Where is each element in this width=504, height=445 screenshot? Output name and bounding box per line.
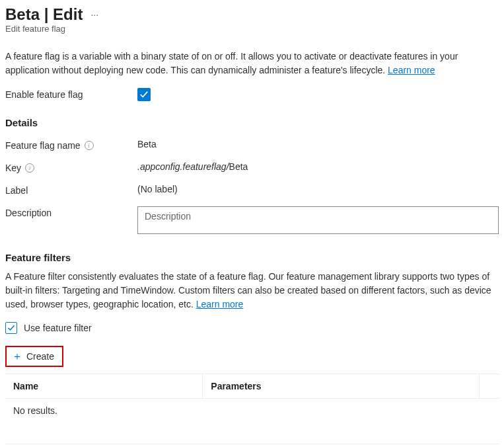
col-params: Parameters xyxy=(203,374,479,399)
filters-text: A Feature filter consistently evaluates … xyxy=(5,270,499,311)
filters-learn-more-link[interactable]: Learn more xyxy=(196,299,244,309)
feature-flag-name-value: Beta xyxy=(137,139,499,149)
create-button[interactable]: ＋ Create xyxy=(5,346,63,367)
key-name: Beta xyxy=(229,161,248,172)
key-label: Key xyxy=(5,163,21,173)
page-title: Beta | Edit xyxy=(5,5,83,24)
empty-results: No results. xyxy=(5,399,499,423)
filters-table: Name Parameters No results. xyxy=(5,374,499,423)
description-input[interactable] xyxy=(137,206,499,234)
enable-flag-checkbox[interactable] xyxy=(137,88,151,101)
table-row: No results. xyxy=(5,399,499,423)
key-prefix: .appconfig.featureflag/ xyxy=(137,161,229,172)
intro-text: A feature flag is a variable with a bina… xyxy=(5,50,499,77)
info-icon[interactable]: i xyxy=(25,163,34,173)
filters-text-body: A Feature filter consistently evaluates … xyxy=(5,271,491,309)
label-value: (No label) xyxy=(137,184,499,194)
col-name: Name xyxy=(5,374,203,399)
feature-flag-name-label: Feature flag name xyxy=(5,140,81,151)
col-actions xyxy=(479,374,499,399)
create-button-label: Create xyxy=(26,351,54,362)
details-heading: Details xyxy=(5,117,499,128)
use-feature-filter-label: Use feature filter xyxy=(24,323,92,333)
label-label: Label xyxy=(5,184,137,196)
filters-heading: Feature filters xyxy=(5,252,499,263)
key-value: .appconfig.featureflag/Beta xyxy=(137,161,499,172)
plus-icon: ＋ xyxy=(12,351,22,362)
description-label: Description xyxy=(5,206,137,218)
intro-learn-more-link[interactable]: Learn more xyxy=(388,65,435,75)
checkmark-icon xyxy=(139,90,149,99)
info-icon[interactable]: i xyxy=(85,141,94,150)
checkmark-icon xyxy=(7,324,15,332)
enable-flag-label: Enable feature flag xyxy=(5,88,137,100)
page-subtitle: Edit feature flag xyxy=(5,24,499,34)
more-icon[interactable]: ··· xyxy=(90,9,98,20)
use-feature-filter-checkbox[interactable] xyxy=(5,322,17,334)
